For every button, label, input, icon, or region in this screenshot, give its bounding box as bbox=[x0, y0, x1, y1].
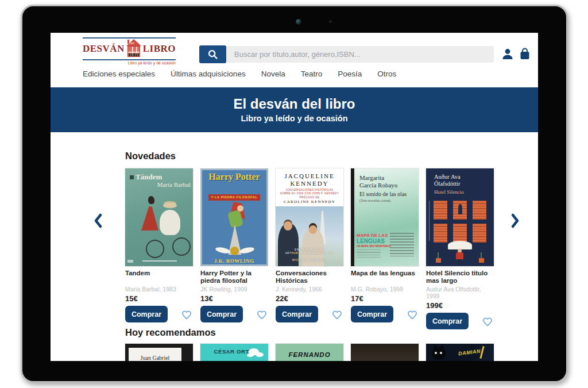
cover-title-line2: KENNEDY bbox=[290, 180, 328, 187]
cover-badge-line3: UN MAPA SIN FRONTERAS bbox=[357, 245, 391, 248]
plant-icon bbox=[438, 252, 439, 258]
comprar-button[interactable]: Comprar bbox=[426, 313, 469, 329]
comprar-button[interactable]: Comprar bbox=[125, 306, 168, 322]
cover-quote-lines bbox=[390, 233, 414, 258]
cover-footnote: ENTREVISTAS CON bbox=[276, 248, 343, 251]
logo-roof-word: del bbox=[130, 41, 134, 45]
cover-art-line bbox=[142, 260, 177, 262]
cover-badge-line2: LENGUAS bbox=[357, 238, 385, 244]
book-price: 13€ bbox=[200, 294, 268, 303]
favorite-heart-icon[interactable] bbox=[481, 316, 494, 327]
search-icon bbox=[207, 48, 219, 61]
nav-ediciones-especiales[interactable]: Ediciones especiales bbox=[83, 70, 155, 78]
cover-author: Maria Barbal bbox=[137, 181, 191, 188]
cover-author: FERNANDO bbox=[276, 351, 343, 358]
cover-prologue: CAROLINE KENNEDY bbox=[276, 199, 343, 204]
carousel-prev-button[interactable] bbox=[88, 211, 108, 231]
book-cover-tandem[interactable]: Tándem Maria Barbal bbox=[125, 168, 193, 266]
camera-icon bbox=[296, 19, 301, 25]
book-cover-kennedy[interactable]: JACQUELINEKENNEDY CONVERSACIONES HISTÓRI… bbox=[276, 168, 343, 266]
browser-viewport: DESVÁN del LIBRO Libro ya leído y de oca… bbox=[51, 33, 538, 361]
recommended-cover-cesar-ortiz[interactable]: CÉSAR ORTIZ bbox=[200, 344, 268, 361]
cover-art-dress bbox=[141, 206, 158, 231]
window-icon bbox=[434, 224, 447, 243]
nav-otros[interactable]: Otros bbox=[377, 70, 396, 78]
book-title: Mapa de las lenguas bbox=[351, 270, 419, 285]
account-icon[interactable] bbox=[501, 47, 514, 61]
cover-badge-line1: MAPA DE LAS bbox=[357, 233, 388, 238]
book-card-tandem: Tándem Maria Barbal Tandem Maria Barbal,… bbox=[125, 168, 193, 329]
cover-art-figure bbox=[458, 204, 462, 214]
shopping-bag-icon[interactable] bbox=[518, 47, 532, 61]
cover-subtitle: SOBRE SU VIDA CON JOHN F. KENNEDY bbox=[276, 192, 343, 195]
favorite-heart-icon[interactable] bbox=[406, 309, 419, 320]
favorite-heart-icon[interactable] bbox=[331, 309, 343, 320]
book-price: 22€ bbox=[276, 294, 343, 303]
cover-author-line2: García Robayo bbox=[359, 182, 397, 189]
cover-title: Tándem bbox=[130, 172, 189, 182]
cover-art-hat bbox=[163, 203, 177, 208]
comprar-button[interactable]: Comprar bbox=[276, 306, 318, 322]
nav-novela[interactable]: Novela bbox=[261, 70, 285, 78]
book-author: M.G. Robayo, 1999 bbox=[351, 286, 419, 293]
cover-title: JACQUELINEKENNEDY bbox=[276, 172, 343, 187]
awning-icon bbox=[448, 241, 472, 249]
nav-poesia[interactable]: Poesía bbox=[338, 70, 362, 78]
plant-icon bbox=[481, 252, 482, 258]
favorite-heart-icon[interactable] bbox=[180, 309, 193, 320]
book-card-harry-potter: Harry Potter Y LA PIEDRA FILOSOFAL J.K. … bbox=[200, 168, 268, 329]
cover-title: El sonido de las olas bbox=[359, 191, 407, 197]
chevron-left-icon bbox=[93, 213, 103, 229]
book-title: Harry Potter y la piedra filosofal bbox=[200, 270, 268, 285]
search-input[interactable] bbox=[226, 46, 494, 63]
cover-title: Harry Potter bbox=[200, 172, 268, 182]
plant-pot-icon bbox=[436, 258, 441, 263]
book-author: Maria Barbal, 1983 bbox=[125, 286, 193, 293]
book-price: 199€ bbox=[426, 301, 494, 310]
book-author: Audur Ava Olfsdottir, 1999 bbox=[426, 286, 494, 299]
hero-title: El desván del libro bbox=[51, 87, 538, 112]
novedades-heading: Novedades bbox=[125, 151, 176, 162]
publisher-mark bbox=[127, 260, 133, 263]
cover-spine-text bbox=[429, 201, 430, 241]
logo-word-desvan: DESVÁN bbox=[83, 43, 125, 55]
tablet-frame: DESVÁN del LIBRO Libro ya leído y de oca… bbox=[21, 5, 568, 383]
book-cover-mapa[interactable]: Margarita García Robayo El sonido de las… bbox=[351, 168, 419, 266]
site-logo[interactable]: DESVÁN del LIBRO Libro ya leído y de oca… bbox=[83, 37, 176, 65]
light-sensor-icon bbox=[329, 20, 332, 23]
cover-author: DAMIAN bbox=[458, 348, 481, 357]
novedades-carousel: Tándem Maria Barbal Tandem Maria Barbal,… bbox=[125, 168, 494, 329]
book-cover-hotel-silencio[interactable]: Auður AvaÓlafsdóttir Hotel Silencio bbox=[426, 168, 494, 266]
main-nav: Ediciones especiales Últimas adquisicion… bbox=[83, 70, 396, 78]
recommended-cover-juan-gabriel[interactable]: Juan Gabriel bbox=[125, 344, 193, 361]
bicycle-wheel-icon bbox=[172, 237, 191, 256]
book-cover-harry-potter[interactable]: Harry Potter Y LA PIEDRA FILOSOFAL J.K. … bbox=[200, 168, 268, 266]
book-card-mapa: Margarita García Robayo El sonido de las… bbox=[351, 168, 419, 329]
nav-ultimas-adquisiciones[interactable]: Últimas adquisiciones bbox=[171, 70, 246, 78]
carousel-next-button[interactable] bbox=[505, 211, 525, 231]
search-button[interactable] bbox=[199, 45, 226, 63]
favorite-heart-icon[interactable] bbox=[256, 309, 268, 320]
bicycle-wheel-icon bbox=[146, 240, 164, 258]
cover-author-line1: Margarita bbox=[359, 174, 384, 181]
hero-banner: El desván del libro Libro ya leído y de … bbox=[51, 87, 538, 132]
comprar-button[interactable]: Comprar bbox=[351, 306, 393, 322]
cover-author-line2: Ólafsdóttir bbox=[434, 180, 461, 187]
cover-author: Juan Gabriel bbox=[129, 355, 181, 361]
recommended-cover-fernando[interactable]: FERNANDO bbox=[276, 344, 343, 361]
recommended-cover-damian[interactable]: DAMIAN bbox=[426, 344, 494, 361]
nav-teatro[interactable]: Teatro bbox=[301, 70, 323, 78]
comprar-button[interactable]: Comprar bbox=[200, 306, 243, 322]
cover-banner: Y LA PIEDRA FILOSOFAL bbox=[208, 194, 260, 201]
cover-title-line1: JACQUELINE bbox=[284, 172, 334, 179]
window-icon bbox=[473, 224, 486, 243]
cover-spine-strip bbox=[351, 168, 354, 266]
cloud-icon bbox=[249, 348, 259, 355]
attic-house-icon: del bbox=[125, 39, 142, 59]
recommended-cover-crowd-photo[interactable] bbox=[351, 344, 419, 361]
cover-art-figure bbox=[457, 259, 462, 264]
snitch-wing-icon bbox=[239, 246, 254, 254]
book-card-kennedy: JACQUELINEKENNEDY CONVERSACIONES HISTÓRI… bbox=[276, 168, 343, 329]
cover-title: Hotel Silencio bbox=[434, 189, 464, 195]
book-author: JK Rowling, 1999 bbox=[200, 286, 268, 293]
